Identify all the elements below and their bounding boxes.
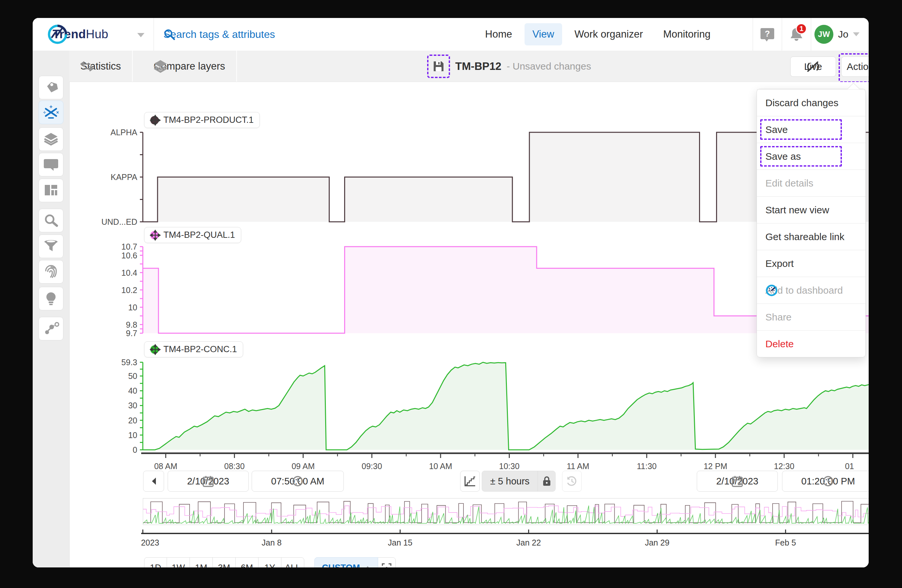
rail-button-tag[interactable] — [39, 76, 63, 99]
y-axis-label: 30 — [101, 401, 137, 410]
move-icon[interactable] — [150, 230, 160, 240]
menu-item-export[interactable]: Export — [757, 250, 865, 277]
legend-chip-qual[interactable]: TM4-BP2-QUAL.1 — [144, 227, 241, 243]
menu-item-save[interactable]: Save — [757, 116, 865, 143]
preset-6m[interactable]: 6M — [236, 557, 258, 568]
y-axis-label: 10.7 — [101, 242, 137, 252]
rail-button-layers[interactable] — [39, 127, 63, 151]
avatar: JW — [814, 25, 833, 44]
custom-range-button[interactable]: CUSTOM — [315, 557, 378, 568]
brand-logo[interactable]: TrendHub — [47, 18, 108, 51]
layers-icon — [153, 59, 168, 73]
y-axis-label: 59.3 — [101, 358, 137, 367]
divider — [811, 18, 811, 51]
app-window: TrendHub Search tags & attributes HomeVi… — [33, 18, 869, 568]
y-axis-label: 10 — [101, 302, 137, 312]
preset-1y[interactable]: 1Y — [258, 557, 281, 568]
user-menu[interactable]: JW Jo — [811, 25, 869, 44]
brand-caret-icon[interactable] — [137, 33, 144, 37]
menu-item-delete[interactable]: Delete — [757, 330, 865, 357]
timeline-label: Jan 15 — [388, 538, 412, 547]
save-view-button[interactable] — [427, 55, 450, 78]
view-title-area: TM-BP12 - Unsaved changes — [427, 51, 591, 82]
preset-1m[interactable]: 1M — [190, 557, 213, 568]
y-axis — [140, 132, 143, 222]
menu-item-label: Get shareable link — [766, 231, 844, 242]
y-axis-label: 0 — [101, 445, 137, 455]
menu-item-label: Export — [766, 258, 794, 269]
nav-item-monitoring[interactable]: Monitoring — [655, 23, 718, 45]
end-time-field[interactable]: 01:20:00 PM — [782, 471, 869, 492]
legend-chip-product[interactable]: TM4-BP2-PRODUCT.1 — [144, 112, 260, 128]
live-button[interactable]: Live — [790, 56, 836, 77]
x-axis-label: 10:30 — [499, 461, 520, 471]
screenshot-stage: TrendHub Search tags & attributes HomeVi… — [0, 0, 902, 588]
previous-interval-button[interactable] — [143, 471, 164, 492]
y-axis-label: ALPHA — [101, 128, 137, 137]
trendhub-logo-icon — [47, 24, 67, 44]
rail-button-filter[interactable] — [39, 235, 63, 258]
duration-field[interactable]: ± 5 hours — [482, 471, 538, 492]
x-axis-label: 11:30 — [637, 461, 656, 471]
svg-text:÷: ÷ — [43, 109, 46, 115]
rail-button-fingerprint[interactable] — [39, 260, 63, 283]
trend-compare-button[interactable] — [460, 471, 480, 492]
nav-item-home[interactable]: Home — [477, 23, 520, 45]
menu-item-save-as[interactable]: Save as — [757, 143, 865, 169]
notifications-button[interactable]: 1 — [782, 18, 811, 51]
rail-button-dashboard[interactable] — [39, 179, 63, 202]
rail-button-comment[interactable] — [39, 153, 63, 177]
context-minimap[interactable] — [143, 498, 869, 525]
chart-area[interactable]: TM4-BP2-PRODUCT.1 ALPHAKAPPAUND...EDTM4-… — [70, 82, 869, 568]
rail-button-search[interactable] — [39, 209, 63, 232]
y-axis-label: 10.2 — [101, 285, 137, 295]
y-axis-label: 9.7 — [101, 328, 137, 338]
y-axis-label: 50 — [101, 371, 137, 381]
calendar-icon — [203, 475, 214, 487]
rail-button-lightbulb[interactable] — [39, 287, 63, 310]
timeline-label: Jan 29 — [645, 538, 669, 547]
ml-nodes-icon — [43, 321, 59, 336]
focus-frame-button[interactable] — [378, 557, 396, 568]
menu-item-discard-changes[interactable]: Discard changes — [757, 89, 865, 116]
svg-text:?: ? — [765, 29, 770, 39]
nav-item-view[interactable]: View — [525, 23, 562, 45]
statistics-button[interactable]: Statistics — [69, 51, 133, 82]
zoom-presets: 1D1W1M3M6M1YALL — [144, 557, 304, 568]
plot-conc[interactable] — [143, 360, 869, 452]
start-date-field[interactable]: 2/10/2023 — [168, 471, 249, 492]
x-axis-label: 09:30 — [362, 461, 382, 471]
rail-button-formulas[interactable]: +÷× — [39, 101, 63, 124]
menu-item-label: Edit details — [766, 178, 813, 189]
y-axis-label: 40 — [101, 386, 137, 396]
step-trend-icon — [464, 475, 476, 487]
preset-1d[interactable]: 1D — [144, 557, 167, 568]
preset-3m[interactable]: 3M — [213, 557, 236, 568]
lightbulb-icon — [43, 291, 59, 306]
layers-icon — [43, 131, 59, 147]
y-axis-label: UND...ED — [101, 217, 137, 227]
search-bar[interactable]: Search tags & attributes — [163, 18, 275, 51]
move-icon[interactable] — [150, 115, 160, 125]
move-icon[interactable] — [150, 345, 160, 355]
menu-item-edit-details: Edit details — [757, 169, 865, 196]
menu-item-start-new-view[interactable]: Start new view — [757, 196, 865, 223]
menu-item-get-shareable-link[interactable]: Get shareable link — [757, 223, 865, 250]
custom-label: CUSTOM — [322, 563, 360, 568]
start-time-field[interactable]: 07:50:00 AM — [252, 471, 344, 492]
duration-lock-button[interactable] — [538, 471, 556, 492]
dashboard-gauge-icon — [766, 284, 778, 297]
series-name: TM4-BP2-QUAL.1 — [163, 230, 235, 240]
x-axis-label: 09 AM — [291, 461, 315, 471]
menu-item-label: Save — [766, 124, 788, 135]
legend-chip-conc[interactable]: TM4-BP2-CONC.1 — [144, 341, 243, 357]
end-date-field[interactable]: 2/10/2023 — [697, 471, 778, 492]
compare-layers-button[interactable]: Compare layers — [143, 51, 237, 82]
preset-1w[interactable]: 1W — [167, 557, 190, 568]
preset-all[interactable]: ALL — [281, 557, 304, 568]
rail-button-ml-nodes[interactable] — [39, 317, 63, 340]
help-button[interactable]: ? — [753, 18, 782, 51]
y-axis-label: KAPPA — [101, 172, 137, 182]
nav-item-work-organizer[interactable]: Work organizer — [567, 23, 651, 45]
menu-item-label: Start new view — [766, 205, 829, 216]
